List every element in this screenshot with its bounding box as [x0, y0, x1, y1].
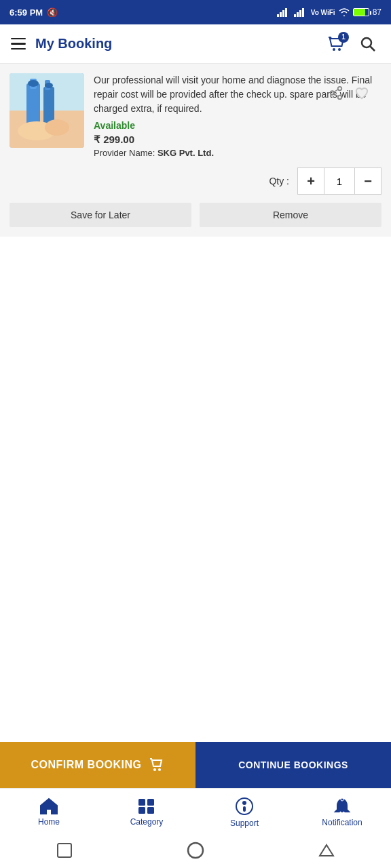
mute-icon: 🔇 [47, 7, 59, 17]
svg-line-16 [334, 94, 338, 96]
vo-wifi-label: Vo WiFi [311, 9, 335, 16]
svg-rect-5 [294, 14, 296, 17]
remove-button[interactable]: Remove [200, 203, 381, 227]
nav-item-support[interactable]: Support [196, 789, 293, 835]
support-icon [234, 796, 255, 816]
product-price: ₹ 299.00 [94, 134, 381, 146]
share-button[interactable] [326, 83, 346, 103]
page-title: My Booking [35, 36, 112, 52]
confirm-booking-label: CONFIRM BOOKING [31, 759, 141, 771]
provider-info: Provider Name: SKG Pvt. Ltd. [94, 148, 381, 158]
cart-badge: 1 [338, 32, 349, 43]
hamburger-menu[interactable] [11, 38, 26, 50]
share-icon [329, 85, 343, 100]
confirm-cart-icon [149, 757, 165, 773]
svg-point-15 [338, 96, 342, 100]
svg-point-35 [242, 801, 246, 805]
svg-point-37 [341, 798, 343, 801]
save-for-later-button[interactable]: Save for Later [10, 203, 191, 227]
svg-rect-4 [285, 8, 287, 17]
android-back-square[interactable] [56, 842, 73, 861]
nav-label-notification: Notification [322, 818, 362, 827]
availability-status: Available [94, 120, 381, 131]
favorite-button[interactable] [352, 83, 372, 103]
provider-label: Provider Name: [94, 148, 155, 158]
nav-label-home: Home [38, 817, 60, 827]
nav-item-notification[interactable]: Notification [293, 789, 391, 835]
android-home-circle[interactable] [186, 841, 205, 863]
svg-point-25 [45, 83, 53, 88]
svg-line-17 [334, 90, 338, 92]
android-recents[interactable] [318, 842, 335, 861]
qty-value: 1 [324, 167, 354, 195]
svg-point-24 [28, 80, 39, 87]
cart-button[interactable]: 1 [324, 32, 349, 56]
svg-rect-30 [138, 799, 145, 806]
status-bar: 6:59 PM 🔇 Vo WiFi 87 [0, 0, 391, 24]
svg-point-11 [362, 38, 371, 47]
svg-marker-40 [320, 845, 333, 856]
product-image [10, 73, 84, 148]
qty-decrease-button[interactable]: − [354, 167, 381, 195]
nav-label-support: Support [230, 818, 259, 828]
status-time: 6:59 PM 🔇 [10, 7, 59, 18]
svg-rect-31 [147, 799, 154, 806]
svg-point-9 [333, 48, 335, 51]
content-area [0, 237, 391, 742]
qty-label: Qty : [269, 176, 289, 186]
svg-point-27 [45, 119, 69, 136]
search-button[interactable] [356, 32, 380, 56]
svg-point-39 [188, 843, 203, 858]
signal-icon2 [294, 7, 308, 17]
time-display: 6:59 PM [10, 7, 43, 18]
top-nav: My Booking 1 [0, 24, 391, 64]
quantity-control: + 1 − [297, 167, 381, 195]
battery-icon [353, 8, 369, 16]
category-icon [137, 797, 156, 815]
svg-rect-21 [43, 87, 54, 124]
svg-rect-32 [138, 807, 145, 814]
confirm-booking-button[interactable]: CONFIRM BOOKING [0, 742, 196, 788]
svg-point-29 [158, 768, 161, 771]
nav-label-category: Category [130, 817, 164, 827]
svg-rect-7 [299, 10, 301, 17]
notification-icon [333, 797, 352, 816]
continue-bookings-label: CONTINUE BOOKINGS [238, 760, 348, 770]
svg-text:🔇: 🔇 [47, 7, 58, 17]
nav-item-home[interactable]: Home [0, 789, 98, 835]
product-actions-top [326, 83, 372, 103]
quantity-row: Qty : + 1 − [10, 167, 381, 195]
continue-bookings-button[interactable]: CONTINUE BOOKINGS [196, 742, 391, 788]
heart-icon [354, 85, 369, 100]
search-icon [359, 35, 377, 53]
svg-rect-2 [280, 12, 282, 17]
svg-point-13 [338, 87, 342, 90]
svg-rect-38 [58, 844, 71, 857]
svg-rect-6 [297, 12, 299, 17]
bottom-nav: Home Category Support Notification [0, 788, 391, 835]
battery-level: 87 [373, 7, 381, 17]
svg-line-12 [370, 46, 375, 51]
svg-rect-8 [302, 8, 304, 17]
cta-bar: CONFIRM BOOKING CONTINUE BOOKINGS [0, 742, 391, 788]
action-row: Save for Later Remove [10, 203, 381, 227]
svg-point-14 [331, 91, 335, 95]
svg-rect-36 [243, 806, 246, 812]
home-icon [39, 797, 58, 815]
svg-rect-1 [277, 14, 279, 17]
wifi-icon [339, 7, 350, 17]
android-nav-bar [0, 835, 391, 868]
svg-point-10 [338, 48, 341, 51]
qty-increase-button[interactable]: + [297, 167, 324, 195]
product-card: Our professional will visit your home an… [0, 64, 391, 237]
status-indicators: Vo WiFi 87 [277, 7, 381, 17]
svg-rect-33 [147, 807, 154, 814]
nav-item-category[interactable]: Category [98, 789, 196, 835]
svg-point-28 [153, 768, 156, 771]
provider-name: SKG Pvt. Ltd. [157, 148, 214, 158]
signal-icon [277, 7, 291, 17]
svg-rect-3 [282, 10, 284, 17]
svg-rect-20 [26, 83, 40, 124]
